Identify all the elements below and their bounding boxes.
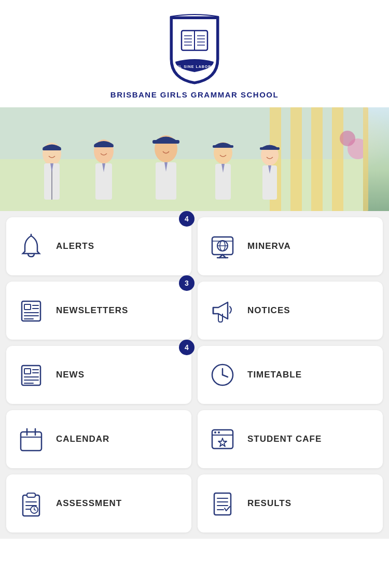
news-tile[interactable]: NEWS: [6, 346, 191, 404]
timetable-label: TIMETABLE: [247, 370, 302, 380]
bell-icon: [17, 232, 46, 261]
svg-rect-50: [24, 304, 31, 310]
svg-point-74: [218, 431, 220, 433]
notices-wrapper: NOTICES: [198, 282, 383, 340]
clipboard-icon: [17, 489, 46, 518]
svg-rect-58: [24, 369, 31, 374]
minerva-label: MINERVA: [247, 241, 291, 251]
newsletters-badge: 3: [179, 275, 195, 291]
student-cafe-wrapper: STUDENT CAFE: [198, 410, 383, 468]
news-badge: 4: [179, 340, 195, 355]
hero-image: [0, 107, 389, 211]
menu-grid: 4 ALERTS: [0, 211, 389, 539]
calendar-icon: [17, 425, 46, 454]
results-icon: [208, 489, 237, 518]
svg-rect-24: [94, 145, 114, 147]
svg-rect-14: [290, 107, 302, 211]
alerts-label: ALERTS: [56, 241, 94, 251]
school-logo: NIL SINE LABORE: [166, 12, 223, 85]
alerts-tile[interactable]: ALERTS: [6, 217, 191, 275]
assessment-wrapper: ASSESSMENT: [6, 474, 191, 533]
svg-rect-27: [152, 140, 179, 144]
svg-rect-33: [260, 147, 280, 150]
timetable-tile[interactable]: TIMETABLE: [198, 346, 383, 404]
school-name: BRISBANE GIRLS GRAMMAR SCHOOL: [110, 90, 279, 99]
alerts-wrapper: 4 ALERTS: [6, 217, 191, 275]
svg-rect-30: [213, 145, 233, 148]
results-label: RESULTS: [247, 498, 291, 509]
newspaper-icon: [17, 296, 46, 325]
assessment-label: ASSESSMENT: [56, 498, 122, 509]
globe-icon: [208, 232, 237, 261]
minerva-wrapper: MINERVA: [198, 217, 383, 275]
calendar-tile[interactable]: CALENDAR: [6, 410, 191, 468]
svg-rect-20: [43, 148, 61, 150]
svg-rect-16: [332, 107, 343, 211]
calendar-wrapper: CALENDAR: [6, 410, 191, 468]
newsletters-tile[interactable]: NEWSLETTERS: [6, 282, 191, 340]
results-wrapper: RESULTS: [198, 474, 383, 533]
svg-text:NIL SINE LABORE: NIL SINE LABORE: [175, 65, 214, 68]
clock-icon: [208, 360, 237, 389]
notices-tile[interactable]: NOTICES: [198, 282, 383, 340]
svg-point-18: [340, 131, 355, 146]
student-cafe-tile[interactable]: STUDENT CAFE: [198, 410, 383, 468]
news-label: NEWS: [56, 370, 85, 380]
svg-rect-77: [27, 493, 35, 497]
newsletters-wrapper: 3 NEWSLETTERS: [6, 282, 191, 340]
svg-point-73: [214, 431, 216, 433]
svg-rect-15: [311, 107, 323, 211]
assessment-tile[interactable]: ASSESSMENT: [6, 474, 191, 533]
svg-line-83: [34, 510, 36, 510]
header: NIL SINE LABORE BRISBANE GIRLS GRAMMAR S…: [0, 0, 389, 107]
student-cafe-label: STUDENT CAFE: [247, 434, 322, 444]
svg-marker-75: [218, 438, 227, 446]
notices-label: NOTICES: [247, 305, 290, 316]
newsletters-label: NEWSLETTERS: [56, 305, 128, 316]
svg-line-66: [223, 375, 228, 377]
timetable-wrapper: TIMETABLE: [198, 346, 383, 404]
news-wrapper: 4 NEWS: [6, 346, 191, 404]
star-window-icon: [208, 425, 237, 454]
minerva-tile[interactable]: MINERVA: [198, 217, 383, 275]
news-icon: [17, 360, 46, 389]
svg-rect-84: [214, 493, 231, 515]
svg-rect-67: [21, 432, 41, 451]
alerts-badge: 4: [179, 211, 195, 227]
megaphone-icon: [208, 296, 237, 325]
calendar-label: CALENDAR: [56, 434, 109, 444]
results-tile[interactable]: RESULTS: [198, 474, 383, 533]
